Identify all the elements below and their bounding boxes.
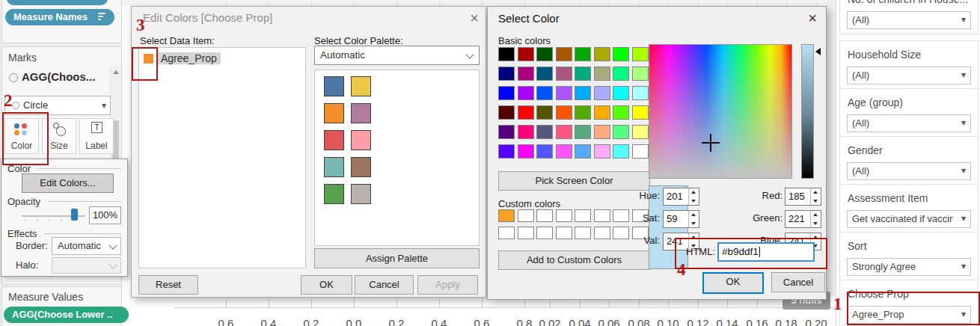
add-to-custom-colors-button[interactable]: Add to Custom Colors [498,250,650,270]
basic-color-swatch[interactable] [556,47,572,61]
basic-color-swatch[interactable] [632,47,649,61]
basic-color-swatch[interactable] [575,86,591,100]
custom-color-swatch[interactable] [536,227,553,239]
palette-swatch[interactable] [324,130,344,150]
basic-color-swatch[interactable] [536,67,553,81]
measure-names-pill[interactable]: Measure Names [5,9,114,25]
basic-color-swatch[interactable] [575,144,591,159]
custom-color-swatch[interactable] [518,209,534,222]
filter-dropdown[interactable]: (All)▾ [847,11,971,29]
spin-up-icon[interactable] [689,211,699,219]
basic-color-swatch[interactable] [518,47,534,61]
basic-color-swatch[interactable] [594,67,610,81]
green-value[interactable]: 221 [788,213,805,224]
basic-color-swatch[interactable] [594,105,610,120]
custom-color-swatch[interactable] [575,227,591,239]
palette-swatch[interactable] [351,76,371,96]
basic-color-swatch[interactable] [632,86,649,100]
spin-up-icon[interactable] [811,211,821,219]
hue-spinner[interactable]: 201 [663,188,699,206]
basic-color-swatch[interactable] [518,125,534,139]
cancel-button[interactable]: Cancel [771,272,825,292]
basic-color-swatch[interactable] [536,86,553,100]
palette-dropdown[interactable]: Automatic [314,46,480,65]
marks-agg-item[interactable]: AGG(Choos... [22,70,95,83]
filter-dropdown[interactable]: (All)▾ [847,114,971,132]
basic-color-swatch[interactable] [575,47,591,61]
data-item-list[interactable]: Agree_Prop [138,47,306,268]
basic-color-swatch[interactable] [536,105,553,120]
basic-color-swatch[interactable] [536,144,553,159]
basic-color-swatch[interactable] [594,47,610,61]
basic-color-swatch[interactable] [594,125,610,139]
basic-color-swatch[interactable] [498,125,515,139]
close-icon[interactable]: × [466,10,483,27]
green-spinner[interactable]: 221 [785,210,821,228]
basic-color-swatch[interactable] [632,125,649,139]
custom-color-swatch[interactable] [575,209,591,222]
custom-color-swatch[interactable] [518,227,534,239]
clipped-pill[interactable] [7,0,108,5]
basic-color-swatch[interactable] [518,105,534,120]
basic-color-swatch[interactable] [518,144,534,159]
close-icon[interactable]: × [804,10,821,27]
basic-color-swatch[interactable] [498,47,515,61]
basic-color-swatch[interactable] [556,105,572,120]
reset-button[interactable]: Reset [138,275,198,295]
data-item-label[interactable]: Agree_Prop [157,52,221,64]
basic-color-swatch[interactable] [613,86,629,100]
palette-swatch[interactable] [324,184,344,204]
custom-color-swatch[interactable] [498,227,515,239]
label-button[interactable]: T Label [79,118,114,154]
scroll-up-icon[interactable] [113,70,119,74]
custom-color-swatch[interactable] [556,209,572,222]
spin-up-icon[interactable] [689,188,699,197]
basic-color-swatch[interactable] [518,86,534,100]
spin-down-icon[interactable] [689,219,699,227]
basic-color-swatch[interactable] [575,125,591,139]
filter-dropdown[interactable]: (All)▾ [847,162,971,180]
pick-screen-color-button[interactable]: Pick Screen Color [498,171,650,191]
spin-down-icon[interactable] [811,197,821,205]
basic-color-swatch[interactable] [498,105,515,120]
opacity-slider-handle[interactable] [71,209,78,221]
custom-color-swatch[interactable] [594,227,610,239]
basic-color-swatch[interactable] [556,67,572,81]
basic-color-swatch[interactable] [556,86,572,100]
palette-swatch[interactable] [351,157,371,177]
palette-swatch[interactable] [324,103,344,123]
basic-color-swatch[interactable] [632,67,649,81]
basic-color-swatch[interactable] [498,86,515,100]
assign-palette-button[interactable]: Assign Palette [314,248,480,268]
basic-color-swatch[interactable] [498,144,515,159]
basic-color-swatch[interactable] [632,105,649,120]
edit-colors-button[interactable]: Edit Colors... [22,173,114,193]
palette-swatch[interactable] [351,103,371,123]
value-slider-arrow[interactable] [815,48,821,55]
value-slider[interactable] [801,44,814,179]
spin-up-icon[interactable] [811,188,821,197]
basic-color-swatch[interactable] [613,105,629,120]
basic-color-swatch[interactable] [575,105,591,120]
basic-color-swatch[interactable] [536,125,553,139]
basic-color-swatch[interactable] [556,144,572,159]
spin-down-icon[interactable] [811,219,821,227]
basic-color-swatch[interactable] [594,86,610,100]
border-dropdown[interactable]: Automatic [52,237,121,255]
basic-color-swatch[interactable] [498,67,515,81]
basic-color-swatch[interactable] [613,67,629,81]
red-spinner[interactable]: 185 [785,188,821,206]
palette-swatch[interactable] [324,157,344,177]
basic-color-swatch[interactable] [613,125,629,139]
basic-color-swatch[interactable] [594,144,610,159]
red-value[interactable]: 185 [788,191,805,202]
palette-swatch[interactable] [324,76,344,96]
sat-spinner[interactable]: 59 [663,210,699,228]
basic-color-swatch[interactable] [575,67,591,81]
basic-color-swatch[interactable] [518,67,534,81]
hue-saturation-picker[interactable] [649,44,792,179]
filter-dropdown[interactable]: (All)▾ [847,67,971,84]
hue-value[interactable]: 201 [667,191,683,202]
custom-color-swatch[interactable] [498,209,515,222]
palette-swatch[interactable] [351,130,371,150]
